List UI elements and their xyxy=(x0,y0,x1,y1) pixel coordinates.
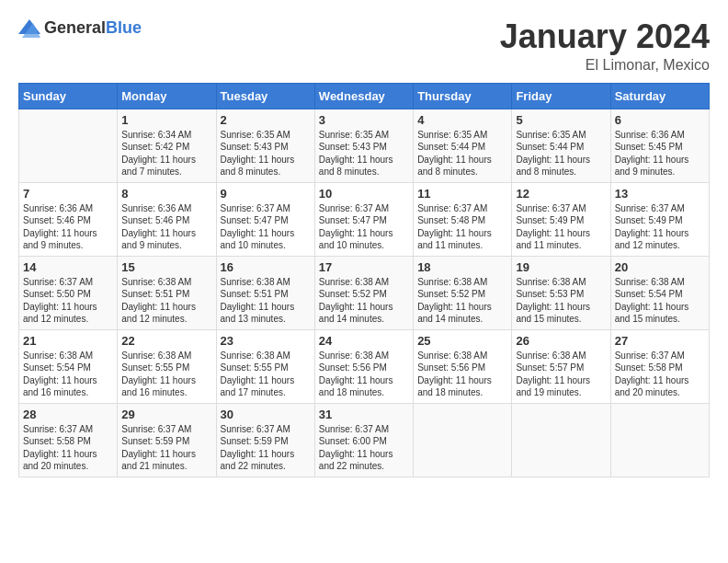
header-day-tuesday: Tuesday xyxy=(216,83,314,109)
day-info: Sunrise: 6:38 AMSunset: 5:55 PMDaylight:… xyxy=(221,350,311,399)
day-info: Sunrise: 6:38 AMSunset: 5:51 PMDaylight:… xyxy=(221,276,311,326)
day-info: Sunrise: 6:37 AMSunset: 5:58 PMDaylight:… xyxy=(615,350,705,399)
day-info: Sunrise: 6:37 AMSunset: 5:48 PMDaylight:… xyxy=(417,202,507,252)
day-number: 7 xyxy=(23,187,113,201)
calendar-cell: 10Sunrise: 6:37 AMSunset: 5:47 PMDayligh… xyxy=(314,182,413,256)
calendar-cell: 15Sunrise: 6:38 AMSunset: 5:51 PMDayligh… xyxy=(118,256,216,329)
calendar-cell xyxy=(512,403,610,477)
day-info: Sunrise: 6:37 AMSunset: 6:00 PMDaylight:… xyxy=(319,423,409,473)
day-info: Sunrise: 6:36 AMSunset: 5:45 PMDaylight:… xyxy=(615,129,705,178)
day-number: 5 xyxy=(516,113,606,127)
calendar-cell: 31Sunrise: 6:37 AMSunset: 6:00 PMDayligh… xyxy=(314,403,413,477)
day-info: Sunrise: 6:36 AMSunset: 5:46 PMDaylight:… xyxy=(23,202,113,252)
day-number: 22 xyxy=(121,334,211,348)
day-number: 15 xyxy=(121,260,211,274)
day-number: 4 xyxy=(417,113,507,127)
calendar-cell: 27Sunrise: 6:37 AMSunset: 5:58 PMDayligh… xyxy=(610,329,709,403)
day-number: 24 xyxy=(319,334,409,348)
logo-icon xyxy=(18,19,40,38)
calendar-cell: 8Sunrise: 6:36 AMSunset: 5:46 PMDaylight… xyxy=(118,182,216,256)
day-number: 13 xyxy=(615,187,705,201)
calendar-cell: 2Sunrise: 6:35 AMSunset: 5:43 PMDaylight… xyxy=(216,109,314,182)
day-info: Sunrise: 6:38 AMSunset: 5:57 PMDaylight:… xyxy=(516,350,606,399)
header: GeneralBlue January 2024 El Limonar, Mex… xyxy=(18,18,710,74)
day-info: Sunrise: 6:38 AMSunset: 5:52 PMDaylight:… xyxy=(319,276,409,326)
day-info: Sunrise: 6:38 AMSunset: 5:55 PMDaylight:… xyxy=(121,350,211,399)
calendar-cell xyxy=(414,403,512,477)
calendar-cell: 17Sunrise: 6:38 AMSunset: 5:52 PMDayligh… xyxy=(314,256,413,329)
day-number: 1 xyxy=(121,113,211,127)
calendar-cell: 12Sunrise: 6:37 AMSunset: 5:49 PMDayligh… xyxy=(512,182,610,256)
calendar-cell: 20Sunrise: 6:38 AMSunset: 5:54 PMDayligh… xyxy=(610,256,709,329)
calendar-cell: 1Sunrise: 6:34 AMSunset: 5:42 PMDaylight… xyxy=(118,109,216,182)
location-title: El Limonar, Mexico xyxy=(500,57,710,74)
calendar-cell: 4Sunrise: 6:35 AMSunset: 5:44 PMDaylight… xyxy=(414,109,512,182)
calendar-cell: 16Sunrise: 6:38 AMSunset: 5:51 PMDayligh… xyxy=(216,256,314,329)
day-info: Sunrise: 6:38 AMSunset: 5:56 PMDaylight:… xyxy=(319,350,409,399)
day-number: 17 xyxy=(319,260,409,274)
day-number: 8 xyxy=(121,187,211,201)
calendar-cell xyxy=(610,403,709,477)
day-info: Sunrise: 6:34 AMSunset: 5:42 PMDaylight:… xyxy=(121,129,211,178)
day-info: Sunrise: 6:37 AMSunset: 5:58 PMDaylight:… xyxy=(23,423,113,473)
month-title: January 2024 xyxy=(500,18,710,55)
day-number: 31 xyxy=(319,408,409,421)
calendar-week-2: 7Sunrise: 6:36 AMSunset: 5:46 PMDaylight… xyxy=(19,182,710,256)
day-info: Sunrise: 6:37 AMSunset: 5:49 PMDaylight:… xyxy=(516,202,606,252)
header-day-sunday: Sunday xyxy=(19,83,118,109)
calendar-cell xyxy=(19,109,118,182)
day-info: Sunrise: 6:37 AMSunset: 5:59 PMDaylight:… xyxy=(221,423,311,473)
day-info: Sunrise: 6:37 AMSunset: 5:50 PMDaylight:… xyxy=(23,276,113,326)
day-number: 19 xyxy=(516,260,606,274)
day-info: Sunrise: 6:38 AMSunset: 5:51 PMDaylight:… xyxy=(121,276,211,326)
calendar-cell: 3Sunrise: 6:35 AMSunset: 5:43 PMDaylight… xyxy=(314,109,413,182)
day-number: 11 xyxy=(417,187,507,201)
day-info: Sunrise: 6:37 AMSunset: 5:47 PMDaylight:… xyxy=(221,202,311,252)
header-day-thursday: Thursday xyxy=(414,83,512,109)
day-number: 9 xyxy=(221,187,311,201)
calendar-table: SundayMondayTuesdayWednesdayThursdayFrid… xyxy=(18,83,710,477)
calendar-cell: 6Sunrise: 6:36 AMSunset: 5:45 PMDaylight… xyxy=(610,109,709,182)
day-number: 3 xyxy=(319,113,409,127)
day-info: Sunrise: 6:38 AMSunset: 5:53 PMDaylight:… xyxy=(516,276,606,326)
day-number: 23 xyxy=(221,334,311,348)
day-info: Sunrise: 6:37 AMSunset: 5:49 PMDaylight:… xyxy=(615,202,705,252)
day-info: Sunrise: 6:38 AMSunset: 5:56 PMDaylight:… xyxy=(417,350,507,399)
calendar-cell: 28Sunrise: 6:37 AMSunset: 5:58 PMDayligh… xyxy=(19,403,118,477)
day-info: Sunrise: 6:38 AMSunset: 5:54 PMDaylight:… xyxy=(23,350,113,399)
calendar-week-4: 21Sunrise: 6:38 AMSunset: 5:54 PMDayligh… xyxy=(19,329,710,403)
day-number: 28 xyxy=(23,408,113,421)
calendar-cell: 5Sunrise: 6:35 AMSunset: 5:44 PMDaylight… xyxy=(512,109,610,182)
calendar-week-5: 28Sunrise: 6:37 AMSunset: 5:58 PMDayligh… xyxy=(19,403,710,477)
header-day-saturday: Saturday xyxy=(610,83,709,109)
calendar-header-row: SundayMondayTuesdayWednesdayThursdayFrid… xyxy=(19,83,710,109)
calendar-cell: 11Sunrise: 6:37 AMSunset: 5:48 PMDayligh… xyxy=(414,182,512,256)
day-number: 29 xyxy=(121,408,211,421)
day-number: 27 xyxy=(615,334,705,348)
day-number: 18 xyxy=(417,260,507,274)
day-info: Sunrise: 6:35 AMSunset: 5:44 PMDaylight:… xyxy=(417,129,507,178)
day-info: Sunrise: 6:37 AMSunset: 5:59 PMDaylight:… xyxy=(121,423,211,473)
day-number: 2 xyxy=(221,113,311,127)
logo: GeneralBlue xyxy=(18,18,142,38)
header-day-friday: Friday xyxy=(512,83,610,109)
day-number: 26 xyxy=(516,334,606,348)
header-day-monday: Monday xyxy=(118,83,216,109)
day-number: 21 xyxy=(23,334,113,348)
day-number: 20 xyxy=(615,260,705,274)
calendar-cell: 19Sunrise: 6:38 AMSunset: 5:53 PMDayligh… xyxy=(512,256,610,329)
calendar-cell: 26Sunrise: 6:38 AMSunset: 5:57 PMDayligh… xyxy=(512,329,610,403)
calendar-cell: 22Sunrise: 6:38 AMSunset: 5:55 PMDayligh… xyxy=(118,329,216,403)
calendar-cell: 9Sunrise: 6:37 AMSunset: 5:47 PMDaylight… xyxy=(216,182,314,256)
calendar-cell: 29Sunrise: 6:37 AMSunset: 5:59 PMDayligh… xyxy=(118,403,216,477)
day-info: Sunrise: 6:36 AMSunset: 5:46 PMDaylight:… xyxy=(121,202,211,252)
calendar-cell: 21Sunrise: 6:38 AMSunset: 5:54 PMDayligh… xyxy=(19,329,118,403)
day-number: 16 xyxy=(221,260,311,274)
day-number: 10 xyxy=(319,187,409,201)
calendar-week-3: 14Sunrise: 6:37 AMSunset: 5:50 PMDayligh… xyxy=(19,256,710,329)
day-number: 30 xyxy=(221,408,311,421)
calendar-cell: 23Sunrise: 6:38 AMSunset: 5:55 PMDayligh… xyxy=(216,329,314,403)
calendar-cell: 30Sunrise: 6:37 AMSunset: 5:59 PMDayligh… xyxy=(216,403,314,477)
day-info: Sunrise: 6:38 AMSunset: 5:54 PMDaylight:… xyxy=(615,276,705,326)
calendar-cell: 24Sunrise: 6:38 AMSunset: 5:56 PMDayligh… xyxy=(314,329,413,403)
